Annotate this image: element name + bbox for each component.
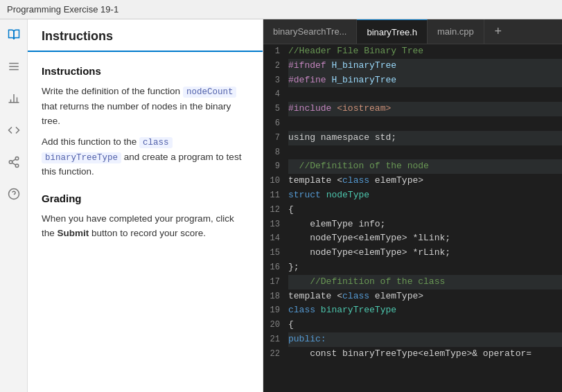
line-num-18: 18 — [263, 290, 288, 303]
line-code-2: #ifndef H_binaryTree — [288, 59, 562, 73]
line-num-7: 7 — [263, 132, 288, 145]
section-heading-instructions: Instructions — [42, 63, 249, 79]
line-num-6: 6 — [263, 117, 288, 130]
code-line-2: 2 #ifndef H_binaryTree — [263, 59, 562, 73]
line-num-10: 10 — [263, 175, 288, 188]
line-num-19: 19 — [263, 304, 288, 317]
code-line-21: 21 public: — [263, 332, 562, 347]
para-grading: When you have completed your program, cl… — [42, 212, 249, 241]
code-nodecount: nodeCount — [183, 87, 237, 98]
line-code-15: nodeType<elemType> *rLink; — [288, 246, 562, 260]
editor-area: binarySearchTre... binaryTree.h main.cpp… — [263, 19, 562, 392]
line-code-18: template <class elemType> — [288, 289, 562, 304]
line-num-1: 1 — [263, 45, 288, 58]
line-code-19: class binaryTreeType — [288, 303, 562, 318]
line-num-12: 12 — [263, 204, 288, 217]
line-code-1: //Header File Binary Tree — [288, 44, 562, 59]
line-code-6 — [288, 116, 562, 131]
code-line-8: 8 — [263, 145, 562, 160]
code-line-3: 3 #define H_binaryTree — [263, 73, 562, 88]
tab-maincpp-label: main.cpp — [437, 26, 474, 37]
code-line-5: 5 #include <iostream> — [263, 102, 562, 116]
line-code-4 — [288, 87, 562, 102]
code-binarytreetype: binaryTreeType — [42, 152, 121, 163]
tab-binarysearchtree-label: binarySearchTre... — [273, 26, 346, 37]
code-line-13: 13 elemType info; — [263, 217, 562, 232]
para-1: Write the definition of the function nod… — [42, 84, 249, 128]
line-code-9: //Definition of the node — [288, 159, 562, 174]
svg-point-9 — [15, 164, 19, 168]
line-code-21: public: — [288, 332, 562, 347]
code-line-10: 10 template <class elemType> — [263, 174, 562, 188]
code-line-18: 18 template <class elemType> — [263, 289, 562, 304]
line-num-5: 5 — [263, 103, 288, 116]
line-code-20: { — [288, 318, 562, 332]
instructions-panel: Instructions Instructions Write the defi… — [28, 19, 263, 392]
tab-binarytreeh[interactable]: binaryTree.h — [357, 19, 428, 44]
instructions-header: Instructions — [28, 19, 263, 52]
tab-maincpp[interactable]: main.cpp — [428, 19, 484, 44]
line-code-12: { — [288, 203, 562, 217]
sidebar-icon-help[interactable] — [4, 184, 24, 204]
svg-line-11 — [12, 159, 15, 161]
line-num-9: 9 — [263, 160, 288, 173]
line-code-22: const binaryTreeType<elemType>& operator… — [288, 347, 562, 362]
line-num-16: 16 — [263, 261, 288, 274]
code-line-14: 14 nodeType<elemType> *lLink; — [263, 231, 562, 246]
section-heading-grading: Grading — [42, 190, 249, 206]
code-line-16: 16 }; — [263, 260, 562, 275]
line-code-7: using namespace std; — [288, 131, 562, 145]
title-bar: Programming Exercise 19-1 — [0, 0, 562, 19]
line-code-14: nodeType<elemType> *lLink; — [288, 231, 562, 246]
sidebar — [0, 19, 28, 392]
code-line-22: 22 const binaryTreeType<elemType>& opera… — [263, 347, 562, 362]
sidebar-icon-code[interactable] — [4, 121, 24, 140]
title-label: Programming Exercise 19-1 — [7, 4, 118, 15]
code-content[interactable]: 1 //Header File Binary Tree 2 #ifndef H_… — [263, 44, 562, 392]
line-num-21: 21 — [263, 333, 288, 346]
line-code-3: #define H_binaryTree — [288, 73, 562, 88]
code-line-19: 19 class binaryTreeType — [263, 303, 562, 318]
line-num-13: 13 — [263, 218, 288, 231]
para-2: Add this function to the class binaryTre… — [42, 135, 249, 179]
line-code-13: elemType info; — [288, 217, 562, 232]
line-code-17: //Definition of the class — [288, 275, 562, 289]
sidebar-icon-list[interactable] — [4, 57, 24, 76]
line-code-8 — [288, 145, 562, 160]
tab-bar: binarySearchTre... binaryTree.h main.cpp… — [263, 19, 562, 44]
line-num-11: 11 — [263, 189, 288, 202]
svg-point-8 — [9, 161, 12, 164]
line-num-15: 15 — [263, 247, 288, 260]
line-num-3: 3 — [263, 74, 288, 87]
line-code-16: }; — [288, 260, 562, 275]
tab-add-button[interactable]: + — [487, 24, 509, 39]
code-line-4: 4 — [263, 87, 562, 102]
svg-point-7 — [15, 157, 19, 161]
code-line-20: 20 { — [263, 318, 562, 332]
line-num-20: 20 — [263, 319, 288, 332]
line-num-14: 14 — [263, 232, 288, 245]
code-line-7: 7 using namespace std; — [263, 131, 562, 145]
code-line-6: 6 — [263, 116, 562, 131]
code-line-17: 17 //Definition of the class — [263, 275, 562, 289]
svg-line-10 — [12, 163, 15, 165]
code-line-12: 12 { — [263, 203, 562, 217]
tab-binarysearchtree[interactable]: binarySearchTre... — [263, 19, 357, 44]
code-line-11: 11 struct nodeType — [263, 188, 562, 203]
line-num-22: 22 — [263, 348, 288, 361]
tab-add-icon: + — [494, 24, 502, 39]
code-class: class — [139, 137, 173, 148]
line-num-8: 8 — [263, 146, 288, 159]
sidebar-icon-share[interactable] — [4, 152, 24, 172]
code-line-9: 9 //Definition of the node — [263, 159, 562, 174]
line-code-10: template <class elemType> — [288, 174, 562, 188]
line-num-17: 17 — [263, 276, 288, 289]
sidebar-icon-chart[interactable] — [4, 89, 24, 108]
line-num-2: 2 — [263, 60, 288, 73]
main-layout: Instructions Instructions Write the defi… — [0, 19, 562, 392]
instructions-body: Instructions Write the definition of the… — [28, 52, 263, 392]
line-num-4: 4 — [263, 88, 288, 101]
code-line-15: 15 nodeType<elemType> *rLink; — [263, 246, 562, 260]
instructions-title: Instructions — [42, 29, 113, 43]
sidebar-icon-book[interactable] — [4, 25, 24, 44]
